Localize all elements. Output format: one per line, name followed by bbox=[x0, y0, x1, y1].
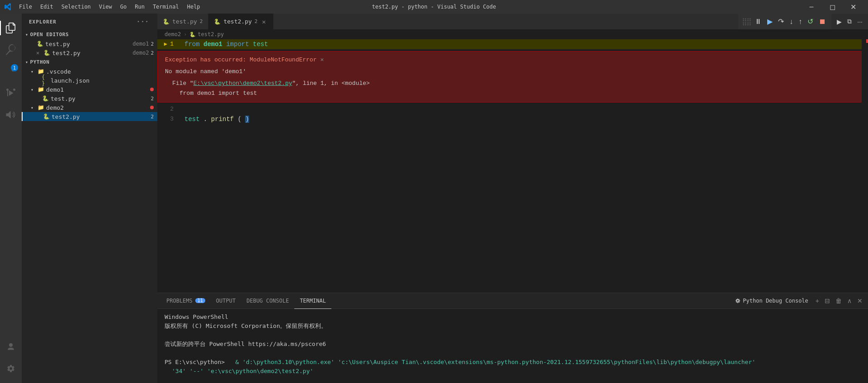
terminal-line-5 bbox=[165, 349, 861, 358]
vscode-folder-name: .vscode bbox=[46, 68, 157, 75]
open-editor-test-py[interactable]: 🐍 test.py demo1 2 bbox=[22, 39, 157, 48]
exception-close-btn[interactable]: ✕ bbox=[320, 55, 324, 65]
add-terminal-btn[interactable]: + bbox=[814, 295, 821, 306]
line-num-3: 3 bbox=[167, 114, 181, 124]
tab-debug-console[interactable]: DEBUG CONSOLE bbox=[241, 293, 294, 309]
tab-test-py-name: test.py bbox=[172, 18, 197, 25]
split-editor-btn[interactable]: ⧉ bbox=[845, 16, 854, 27]
menu-run[interactable]: Run bbox=[131, 3, 148, 11]
open-editor-test2-py-name: test2.py bbox=[52, 50, 129, 56]
main-layout: 1 EXPLORER ··· ▾ OPEN EDITORS bbox=[0, 14, 868, 383]
tab-test2-py-badge: 2 bbox=[255, 19, 258, 24]
demo2-test2-py[interactable]: 🐍 test2.py 2 bbox=[22, 112, 157, 121]
menu-go[interactable]: Go bbox=[117, 3, 130, 11]
close-editor-icon[interactable]: ✕ bbox=[36, 50, 39, 56]
tab-test2-py-close[interactable]: ✕ bbox=[260, 18, 268, 25]
activity-bar: 1 bbox=[0, 14, 22, 383]
exception-file-link[interactable]: E:\vsc\python\demo2\test2.py bbox=[193, 80, 292, 87]
demo2-folder[interactable]: ▾ 📁 demo2 bbox=[22, 103, 157, 112]
sidebar-more-icon[interactable]: ··· bbox=[136, 17, 150, 26]
extensions-activity-icon[interactable] bbox=[0, 104, 22, 126]
demo1-folder[interactable]: ▾ 📁 demo1 bbox=[22, 85, 157, 94]
restart-debug-btn[interactable]: ↺ bbox=[806, 15, 815, 28]
step-out-btn[interactable]: ↑ bbox=[797, 16, 804, 28]
title-bar: File Edit Selection View Go Run Terminal… bbox=[0, 0, 868, 14]
exception-banner: Exception has occurred: ModuleNotFoundEr… bbox=[157, 51, 862, 103]
kill-terminal-btn[interactable]: 🗑 bbox=[834, 295, 844, 306]
tab-output-label: OUTPUT bbox=[216, 298, 236, 304]
demo1-chevron: ▾ bbox=[31, 87, 33, 92]
breadcrumb-folder[interactable]: demo2 bbox=[165, 31, 181, 37]
run-file-btn[interactable]: ▶ bbox=[835, 16, 844, 27]
maximize-panel-btn[interactable]: ∧ bbox=[845, 295, 854, 306]
breadcrumb-file[interactable]: test2.py bbox=[198, 31, 224, 37]
pause-debug-btn[interactable]: ⏸ bbox=[753, 16, 764, 28]
accounts-icon[interactable] bbox=[0, 336, 22, 358]
panel-tabs: PROBLEMS 11 OUTPUT DEBUG CONSOLE TERMINA… bbox=[157, 293, 868, 309]
menu-view[interactable]: View bbox=[95, 3, 116, 11]
more-actions-btn[interactable]: ··· bbox=[855, 16, 864, 27]
gutter-3: 3 bbox=[157, 114, 184, 124]
line-2-content bbox=[184, 104, 862, 114]
step-into-btn[interactable]: ↓ bbox=[788, 16, 795, 28]
breadcrumb-file-icon: 🐍 bbox=[189, 32, 196, 37]
menu-terminal[interactable]: Terminal bbox=[149, 3, 183, 11]
open-editor-test2-py[interactable]: ✕ 🐍 test2.py demo2 2 bbox=[22, 48, 157, 57]
demo1-test-py-content: 🐍 test.py 2 bbox=[42, 95, 157, 102]
ruler-error-mark bbox=[866, 39, 868, 43]
line-1-content: from demo1 import test bbox=[184, 39, 862, 49]
close-panel-btn[interactable]: ✕ bbox=[855, 295, 864, 306]
menu-selection[interactable]: Selection bbox=[58, 3, 94, 11]
launch-json-file[interactable]: { } launch.json bbox=[22, 76, 157, 85]
debug-arrow-icon: ▶ bbox=[164, 39, 167, 49]
menu-file[interactable]: File bbox=[15, 3, 36, 11]
code-editor[interactable]: ▶ 1 from demo1 import test bbox=[157, 39, 868, 293]
demo2-test2-py-badge: 2 bbox=[151, 114, 154, 120]
minimize-button[interactable]: – bbox=[801, 0, 822, 14]
python-chevron: ▾ bbox=[25, 60, 28, 65]
sidebar: EXPLORER ··· ▾ OPEN EDITORS 🐍 test.py de… bbox=[22, 14, 157, 383]
explorer-activity-icon[interactable] bbox=[0, 17, 22, 39]
search-activity-icon[interactable] bbox=[0, 39, 22, 61]
python-label: PYTHON bbox=[30, 59, 50, 65]
menu-help[interactable]: Help bbox=[184, 3, 204, 11]
sidebar-header-actions: ··· bbox=[136, 17, 150, 26]
exception-file: File "E:\vsc\python\demo2\test2.py", lin… bbox=[165, 79, 854, 89]
tab-test2-py[interactable]: 🐍 test2.py 2 ✕ bbox=[208, 14, 273, 29]
json-file-icon: { } bbox=[42, 77, 49, 84]
close-button[interactable]: ✕ bbox=[843, 0, 863, 14]
tab-problems[interactable]: PROBLEMS 11 bbox=[161, 293, 211, 309]
code-line-3: 3 test . printf ( ) bbox=[157, 114, 862, 124]
open-editors-label: OPEN EDITORS bbox=[30, 32, 69, 37]
open-editors-section[interactable]: ▾ OPEN EDITORS bbox=[22, 30, 157, 39]
demo2-py-icon: 🐍 bbox=[42, 113, 50, 120]
terminal-prompt: PS E:\vsc\python> bbox=[165, 359, 232, 365]
breadcrumb: demo2 › 🐍 test2.py bbox=[157, 29, 868, 39]
tab-test2-py-icon: 🐍 bbox=[214, 19, 221, 25]
tab-test-py[interactable]: 🐍 test.py 2 bbox=[157, 14, 208, 29]
tab-test-py-badge: 2 bbox=[200, 19, 203, 24]
line-num-2: 2 bbox=[167, 104, 181, 114]
editor-area: 🐍 test.py 2 🐍 test2.py 2 ✕ ⣿⣿ ⏸ ▶ ↷ ↓ ↑ … bbox=[157, 14, 868, 383]
sidebar-header: EXPLORER ··· bbox=[22, 14, 157, 30]
demo1-test-py[interactable]: 🐍 test.py 2 bbox=[22, 94, 157, 103]
cn-demo1: demo1 bbox=[203, 41, 222, 48]
demo1-test-py-name: test.py bbox=[51, 95, 149, 102]
python-debug-console-indicator: Python Debug Console bbox=[735, 298, 808, 304]
step-over-btn[interactable]: ↷ bbox=[776, 15, 786, 28]
run-debug-activity-icon[interactable] bbox=[0, 82, 22, 104]
demo2-folder-icon: 📁 bbox=[37, 104, 44, 111]
tab-terminal[interactable]: TERMINAL bbox=[294, 293, 331, 309]
menu-edit[interactable]: Edit bbox=[37, 3, 57, 11]
title-bar-menu: File Edit Selection View Go Run Terminal… bbox=[15, 3, 204, 11]
settings-icon[interactable] bbox=[0, 358, 22, 379]
terminal-content[interactable]: Windows PowerShell 版权所有 (C) Microsoft Co… bbox=[157, 309, 868, 383]
python-section[interactable]: ▾ PYTHON bbox=[22, 57, 157, 67]
overview-ruler bbox=[862, 39, 868, 293]
split-terminal-btn[interactable]: ⊟ bbox=[823, 295, 832, 306]
maximize-button[interactable]: ◻ bbox=[822, 0, 843, 14]
source-control-activity-icon[interactable]: 1 bbox=[0, 61, 22, 82]
stop-debug-btn[interactable]: ⏹ bbox=[817, 16, 828, 28]
continue-debug-btn[interactable]: ▶ bbox=[765, 15, 774, 28]
tab-output[interactable]: OUTPUT bbox=[211, 293, 241, 309]
